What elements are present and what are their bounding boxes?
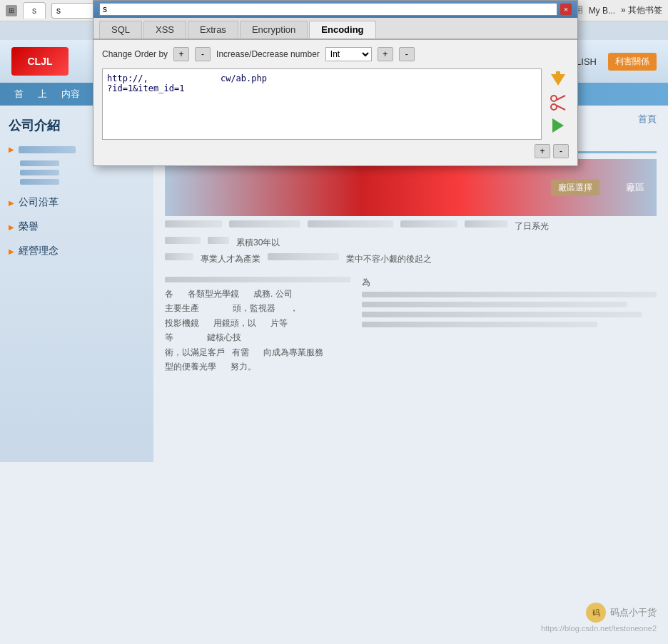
svg-marker-6: [552, 118, 564, 133]
dialog-tabs: SQL XSS Extras Encryption Encoding: [93, 18, 577, 40]
popup-overlay: × SQL XSS Extras Encryption Encoding: [0, 0, 668, 644]
scissors-button[interactable]: [547, 93, 569, 113]
change-order-label: Change Order by: [102, 49, 168, 59]
dialog-title-input[interactable]: [99, 3, 557, 16]
svg-point-2: [551, 96, 557, 101]
increase-minus-button[interactable]: -: [399, 47, 415, 61]
url-area-wrapper: http://, cw/ab.php ?id=1&item_id=1: [102, 68, 569, 140]
increase-decrease-label: Increase/Decrease number: [216, 49, 320, 59]
sqlmap-dialog: × SQL XSS Extras Encryption Encoding: [93, 0, 578, 166]
change-order-row: Change Order by + - Increase/Decrease nu…: [102, 47, 569, 61]
tab-extras[interactable]: Extras: [188, 21, 238, 39]
download-arrow-button[interactable]: [547, 70, 569, 90]
tab-encryption[interactable]: Encryption: [240, 21, 308, 39]
right-arrow-button[interactable]: [547, 116, 569, 136]
change-order-minus-button[interactable]: -: [195, 47, 211, 61]
tab-xss[interactable]: XSS: [143, 21, 186, 39]
url-textarea[interactable]: http://, cw/ab.php ?id=1&item_id=1: [102, 68, 542, 140]
tab-encoding[interactable]: Encoding: [309, 21, 375, 39]
svg-line-5: [557, 106, 565, 110]
svg-rect-1: [556, 71, 560, 78]
side-buttons: [547, 68, 569, 140]
dialog-body: Change Order by + - Increase/Decrease nu…: [93, 40, 577, 165]
bottom-minus-button[interactable]: -: [553, 144, 569, 158]
dialog-bottom-row: + -: [102, 144, 569, 158]
change-order-plus-button[interactable]: +: [173, 47, 189, 61]
type-select[interactable]: Int Float Double: [325, 47, 372, 61]
svg-point-3: [551, 104, 557, 110]
increase-plus-button[interactable]: +: [378, 47, 393, 61]
dialog-close-button[interactable]: ×: [560, 4, 572, 15]
dialog-titlebar: ×: [93, 1, 577, 18]
tab-sql[interactable]: SQL: [99, 21, 142, 39]
bottom-plus-button[interactable]: +: [535, 144, 550, 158]
svg-line-4: [557, 96, 565, 100]
